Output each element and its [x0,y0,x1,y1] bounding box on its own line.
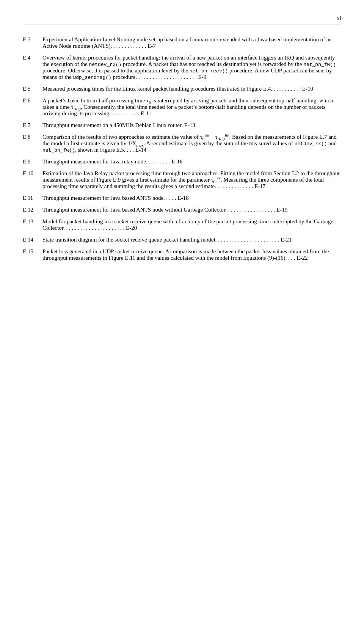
entry-number-e6: E.6 [23,97,42,104]
toc-entry-e12: E.12 Throughput measurement for Java bas… [23,207,341,213]
toc-entry-e11: E.11 Throughput measurement for Java bas… [23,195,341,201]
page-e9: E-16 [171,158,182,165]
entry-number-e10: E.10 [23,170,42,177]
page-container: xi E.3 Experimental Application Level Ro… [0,0,364,289]
entry-number-e4: E.4 [23,55,42,61]
toc-entry-e9: E.9 Throughput measurement for Java rela… [23,158,341,165]
entry-number-e3: E.3 [23,36,42,43]
entry-number-e14: E.14 [23,237,42,243]
dots-e11: . . . . [166,195,176,201]
entry-number-e15: E.15 [23,248,42,255]
page-header: xi [23,15,341,25]
toc-entry-e10: E.10 Estimation of the Java Relay packet… [23,170,341,190]
entry-text-e8: Comparison of the results of two approac… [42,134,341,153]
dots-e4: . . . . . . . . . . . . . . . . . . . . … [138,74,197,80]
page-e3: E-7 [147,43,156,49]
entry-text-e4: Overview of kernel procedures for packet… [42,55,341,80]
entry-text-e13: Model for packet handling in a socket re… [42,218,341,231]
page-e15: E-22 [297,255,308,261]
entry-text-e15: Packet loss generated in a UDP socket re… [42,248,341,261]
toc-entry-e3: E.3 Experimental Application Level Routi… [23,36,341,49]
entry-text-e11: Throughput measurement for Java based AN… [42,195,341,201]
toc-entry-e14: E.14 State transition diagram for the so… [23,237,341,243]
entry-number-e9: E.9 [23,158,42,165]
toc-entry-e7: E.7 Throughput measurement on a 450MHz D… [23,122,341,129]
dots-e14: . . . . . . . . . . . . . . . . . . . . … [218,237,279,243]
entry-text-e9: Throughput measurement for Java relay no… [42,158,341,165]
toc-entry-e15: E.15 Packet loss generated in a UDP sock… [23,248,341,261]
page-e12: E-19 [276,207,287,213]
dots-e8: . . . [127,147,134,153]
entry-number-e8: E.8 [23,134,42,140]
page-e8: E-14 [135,147,146,153]
dots-e6: . . . . . . . . . . [112,110,139,116]
toc-entry-e4: E.4 Overview of kernel procedures for pa… [23,55,341,80]
dots-e12: . . . . . . . . . . . . . . . . . [228,207,275,213]
toc-entry-e8: E.8 Comparison of the results of two app… [23,134,341,153]
entry-text-e7: Throughput measurement on a 450MHz Debia… [42,122,341,129]
entry-text-e5: Measured processing times for the Linux … [42,86,341,92]
entry-text-e10: Estimation of the Java Relay packet proc… [42,170,341,190]
page-e6: E-11 [141,110,152,116]
dots-e3: . . . . . . . . . . . . [113,43,146,49]
dots-e13: . . . . . . . . . . . . . . . . . . . . … [66,225,125,231]
entry-text-e12: Throughput measurement for Java based AN… [42,207,341,213]
entry-number-e7: E.7 [23,122,42,129]
page-number: xi [337,15,341,22]
page-e10: E-17 [254,183,265,189]
toc-entry-e13: E.13 Model for packet handling in a sock… [23,218,341,231]
entry-text-e3: Experimental Application Level Routing n… [42,36,341,49]
page-e5: E-10 [302,86,313,92]
page-e4: E-9 [198,74,207,80]
dots-e10: . . . . . . . . . . . . . [218,183,253,189]
toc-entries: E.3 Experimental Application Level Routi… [23,36,341,261]
page-e13: E-20 [126,225,137,231]
page-e14: E-21 [281,237,292,243]
entry-text-e14: State transition diagram for the socket … [42,237,341,243]
entry-number-e5: E.5 [23,86,42,92]
entry-number-e12: E.12 [23,207,42,213]
dots-e9: . . . . . . . . [149,158,170,165]
dots-e15: . . . [288,255,295,261]
page-e7: E-13 [184,122,195,128]
entry-number-e11: E.11 [23,195,42,201]
entry-number-e13: E.13 [23,218,42,225]
dots-e5: . . . . . . . . . . [274,86,301,92]
toc-entry-e6: E.6 A packet’s basic bottom-half process… [23,97,341,117]
toc-entry-e5: E.5 Measured processing times for the Li… [23,86,341,92]
entry-text-e6: A packet’s basic bottom-half processing … [42,97,341,117]
page-e11: E-18 [178,195,189,201]
